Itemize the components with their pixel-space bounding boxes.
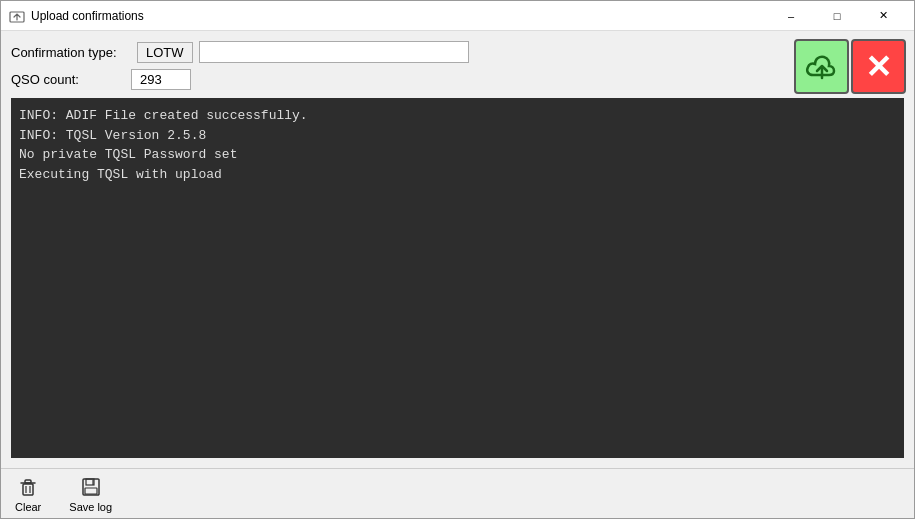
log-output: INFO: ADIF File created successfully. IN… [11, 98, 904, 458]
cancel-button[interactable]: ✕ [851, 39, 906, 94]
maximize-button[interactable]: □ [814, 1, 860, 31]
window-icon [9, 8, 25, 24]
x-icon: ✕ [865, 51, 892, 83]
upload-cloud-icon [804, 49, 840, 85]
minimize-button[interactable]: – [768, 1, 814, 31]
clear-label: Clear [15, 501, 41, 513]
confirmation-type-label: Confirmation type: [11, 45, 131, 60]
svg-rect-2 [23, 484, 33, 495]
qso-count-row: QSO count: 293 [11, 69, 904, 90]
clear-button[interactable]: Clear [11, 473, 45, 515]
bottom-toolbar: Clear Save log [1, 468, 914, 518]
svg-rect-4 [25, 480, 31, 483]
upload-button[interactable] [794, 39, 849, 94]
confirmation-type-badge: LOTW [137, 42, 193, 63]
save-log-label: Save log [69, 501, 112, 513]
qso-count-label: QSO count: [11, 72, 131, 87]
svg-rect-9 [85, 488, 97, 494]
window-title: Upload confirmations [31, 9, 768, 23]
content-area: ✕ Confirmation type: LOTW QSO count: 293… [1, 31, 914, 468]
titlebar-buttons: – □ ✕ [768, 1, 906, 31]
main-window: Upload confirmations – □ ✕ ✕ Confirmatio… [0, 0, 915, 519]
save-icon [79, 475, 103, 499]
confirmation-type-row: Confirmation type: LOTW [11, 41, 904, 63]
trash-icon [16, 475, 40, 499]
confirmation-type-input[interactable] [199, 41, 469, 63]
save-log-button[interactable]: Save log [65, 473, 116, 515]
close-button[interactable]: ✕ [860, 1, 906, 31]
qso-count-value: 293 [131, 69, 191, 90]
titlebar: Upload confirmations – □ ✕ [1, 1, 914, 31]
